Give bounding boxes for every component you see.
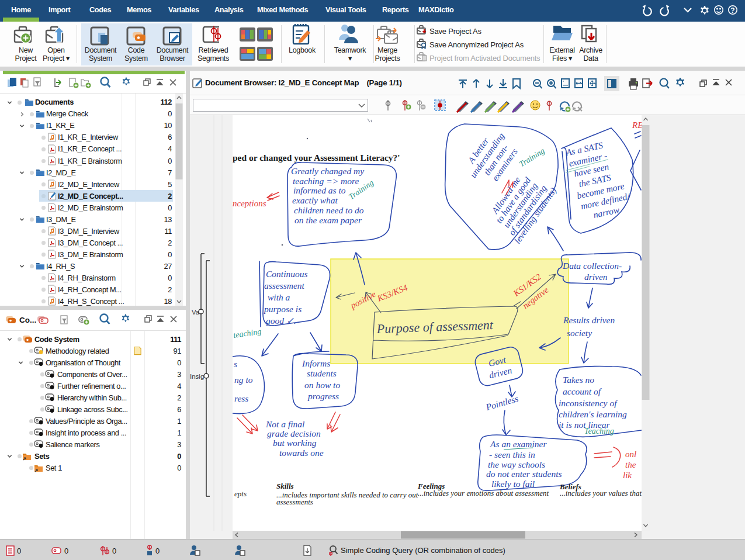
svg-text:Co...: Co... [19,316,36,324]
svg-text:0: 0 [64,547,68,555]
svg-text:do not enter students: do not enter students [486,469,562,479]
svg-text:grade decision: grade decision [267,428,321,438]
svg-text:on how to: on how to [304,380,340,390]
svg-text:society: society [567,328,592,338]
svg-text:onl: onl [625,450,636,459]
svg-text:Informs: Informs [302,358,330,368]
svg-text:driven: driven [584,272,608,282]
svg-text:Takes no: Takes no [563,375,594,385]
svg-text:Results driven: Results driven [563,315,615,325]
svg-text:Teaching: Teaching [584,427,614,435]
svg-text:likely to fail: likely to fail [491,479,535,489]
svg-text:good ✓.: good ✓. [266,316,296,326]
svg-text:nceptions: nceptions [233,199,266,208]
svg-text:assessments: assessments [276,497,313,506]
svg-text:ng to: ng to [234,375,253,385]
svg-text:Simple Coding Query (OR combin: Simple Coding Query (OR combination of c… [341,546,505,555]
svg-text:...includes your values that r: ...includes your values that rel [560,489,642,497]
svg-text:Insig: Insig [190,373,204,380]
svg-text:on the exam paper: on the exam paper [294,215,362,225]
svg-text:the: the [625,460,636,469]
svg-text:teaching: teaching [233,327,262,340]
svg-text:children's learning: children's learning [559,409,627,419]
svg-text:0: 0 [17,547,21,555]
svg-text:Continuous: Continuous [266,269,307,279]
svg-text:0: 0 [112,547,116,555]
svg-text:- seen this in: - seen this in [489,450,535,459]
svg-text:account of: account of [563,386,602,396]
svg-text:...includes your emotions abou: ...includes your emotions about assessme… [418,489,549,497]
svg-text:?: ? [730,6,734,15]
svg-text:assessment: assessment [264,281,305,291]
svg-text:As an examiner: As an examiner [490,439,547,449]
svg-text:ped or changed your Assessment: ped or changed your Assessment Literacy?… [233,153,400,163]
svg-text:RE: RE [632,120,642,130]
svg-text:0: 0 [155,547,160,555]
svg-text:towards one: towards one [279,448,324,458]
svg-text:Data collection-: Data collection- [562,261,622,271]
svg-text:inconsistency of: inconsistency of [559,398,618,408]
svg-text:Training: Training [518,146,546,168]
svg-text:the way schools: the way schools [488,459,545,469]
svg-text:Not a final: Not a final [265,419,304,429]
svg-text:Skills: Skills [276,482,294,490]
svg-text:Greatly changed my: Greatly changed my [291,166,364,176]
svg-text:with a: with a [268,292,290,302]
svg-text:children need to do: children need to do [294,205,364,215]
svg-text:students: students [307,368,337,378]
svg-text:ress: ress [234,393,248,403]
svg-text:purpose is: purpose is [264,304,302,314]
svg-text:s: s [234,359,237,369]
svg-text:lik: lik [623,471,632,480]
svg-text:progress: progress [307,391,339,401]
svg-text:epts: epts [234,489,247,498]
svg-text:informed as to: informed as to [293,185,346,195]
svg-text:exactly what: exactly what [292,195,338,205]
svg-text:teaching => more: teaching => more [293,176,359,186]
svg-text:Pointless: Pointless [484,393,519,412]
svg-text:Va: Va [192,309,200,316]
svg-text:but working: but working [273,438,317,448]
